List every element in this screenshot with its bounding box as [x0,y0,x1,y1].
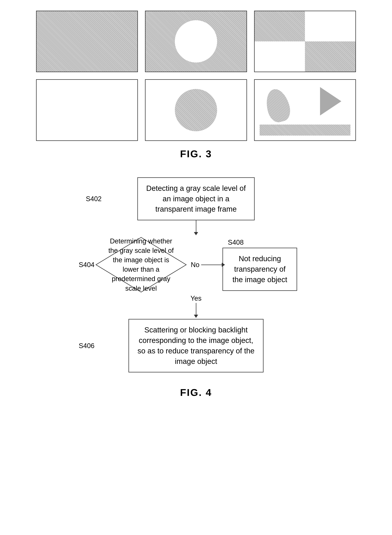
quadrant-tl [255,11,305,41]
fig4-section: S402 Detecting a gray scale level of an … [36,177,356,402]
s406-box: Scattering or blocking backlight corresp… [128,319,264,372]
arrow-s402-to-s404 [196,220,196,233]
fig3-label: FIG. 3 [36,148,356,160]
quadrant-bl [255,41,305,72]
quadrant-pattern [255,11,355,72]
fig3-grid [36,11,356,141]
s408-text: Not reducing transparency of the image o… [233,254,287,284]
s404-diamond: Determining whether the gray scale level… [95,236,187,293]
s402-text: Detecting a gray scale level of an image… [145,183,247,214]
yes-branch: Yes [189,293,203,319]
bar-shape [260,125,350,135]
teardrop-shape [263,87,293,124]
flowchart: S402 Detecting a gray scale level of an … [36,177,356,372]
s404-label: S404 [79,261,94,269]
quadrant-br [305,41,355,72]
yes-label: Yes [191,295,201,302]
white-empty-box [37,80,137,140]
s408-box: Not reducing transparency of the image o… [223,248,297,291]
s402-box: Detecting a gray scale level of an image… [137,177,255,220]
s408-label-wrapper: S408 [228,239,244,246]
s406-label-wrapper: S406 [79,342,94,349]
box-bottom-left [36,79,138,141]
s406-row: S406 Scattering or blocking backlight co… [36,319,356,372]
s404-row: S404 Determining whether the gray scale … [36,236,356,293]
no-branch: No [189,261,223,269]
s402-label-wrapper: S402 [86,195,102,203]
fig3-section: FIG. 3 [36,11,356,163]
s402-label: S402 [86,195,102,202]
arrow-yes-to-s406 [196,303,196,315]
s404-text: Determining whether the gray scale level… [108,237,174,292]
s406-text: Scattering or blocking backlight corresp… [136,325,256,367]
circle-cutout-pattern [145,11,246,72]
s408-label: S408 [228,239,244,246]
s404-diamond-text: Determining whether the gray scale level… [95,237,187,293]
s402-row: S402 Detecting a gray scale level of an … [36,177,356,220]
s408-wrapper: S408 Not reducing transparency of the im… [223,239,297,291]
shapes-box [255,80,355,140]
s406-label: S406 [79,342,94,349]
box-bottom-right [254,79,356,141]
box-top-center [145,11,247,72]
arrow-no [201,265,223,265]
no-label: No [191,261,200,269]
box-top-left [36,11,138,72]
box-top-right [254,11,356,72]
box-bottom-center [145,79,247,141]
triangle-shape [320,87,341,116]
s404-label-wrapper: S404 [79,261,94,269]
gray-full-pattern [37,11,137,72]
quadrant-tr [305,11,355,41]
fig4-label: FIG. 4 [180,387,212,398]
gray-circle-on-white [145,80,246,140]
